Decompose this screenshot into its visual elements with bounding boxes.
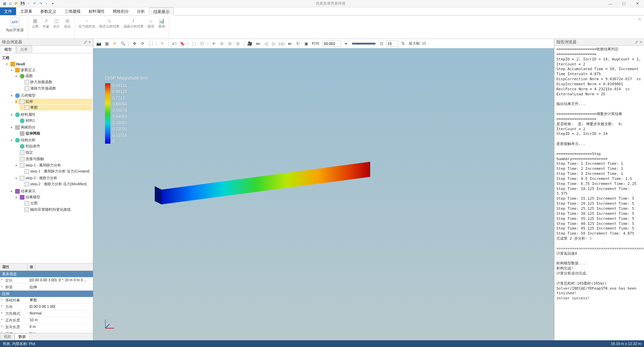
zoom-icon[interactable]: 🔍 [119, 40, 126, 47]
props-row[interactable]: 正向长度10 m [0, 317, 93, 324]
tree-item[interactable]: 轴向应变随时间变化曲线 [19, 207, 92, 212]
tree-toggle-icon[interactable]: ▾ [15, 100, 19, 103]
tree-toggle-icon[interactable]: ▾ [15, 177, 19, 180]
tree-item[interactable]: step-2 : 准静力分析 压力(Modified) [19, 181, 92, 187]
props-value[interactable]: [(0.00 0.00 1.00); 0 °; (0 m 0 m 0 ... [28, 277, 93, 284]
props-value[interactable]: 0 m [28, 324, 93, 330]
tree-item[interactable]: ▾拉伸 [15, 99, 92, 104]
vector-button[interactable]: ↗矢量 [42, 17, 50, 30]
tree-item[interactable]: 指定 [15, 150, 92, 155]
stress-linear-button[interactable]: ↔应力线性化 [78, 17, 96, 30]
tree-item[interactable]: 拉伸网格 [15, 131, 92, 136]
props-row[interactable]: 定位[(0.00 0.00 1.00); 0 °; (0 m 0 m 0 ... [0, 277, 93, 284]
tag-icon[interactable]: 🔖 [179, 40, 186, 47]
props-value[interactable]: 拉伸 [28, 284, 93, 290]
model-tree[interactable]: 工程 ▾Hex8▾参数定义▾函数静力加载函数准静力常值函数▾几何模型▾拉伸草图▾… [0, 53, 93, 263]
tab-mesh[interactable]: 网格剖分 [109, 7, 133, 15]
frame-input[interactable] [386, 41, 398, 47]
tree-item[interactable]: ▾Hex8 [5, 61, 92, 67]
tree-item[interactable]: 云图 [19, 200, 92, 206]
ribbon-collapse-button[interactable]: ᐱ [638, 16, 642, 22]
tree-item[interactable]: step-1 : 通用静力分析 压力(Created) [19, 168, 92, 174]
tree-item[interactable]: ▾结构分析 [10, 137, 92, 143]
time-slider[interactable] [352, 43, 376, 45]
tree-item[interactable]: 草图 [19, 105, 92, 110]
tree-item[interactable]: 材料1 [15, 118, 92, 123]
tree-item[interactable]: ▾函数 [15, 73, 92, 79]
annotate-icon[interactable]: 🏷 [171, 40, 178, 47]
minimize-button[interactable]: — [604, 0, 617, 7]
expand-icon[interactable]: ⊡ [378, 40, 385, 47]
tree-toggle-icon[interactable]: ▾ [15, 196, 19, 199]
dropdown-icon[interactable]: ▾ [50, 1, 55, 6]
tab-data[interactable]: 数据 [15, 333, 30, 340]
tab-3dmodel[interactable]: 三维建模 [60, 7, 85, 15]
tree-toggle-icon[interactable]: ▾ [11, 113, 14, 116]
time-input[interactable] [323, 41, 341, 47]
tab-analysis[interactable]: 分析 [133, 7, 149, 15]
tree-toggle-icon[interactable]: ▾ [15, 75, 19, 78]
axis-icon[interactable]: ✛ [210, 40, 217, 47]
tree-item[interactable]: 初始条件 [15, 143, 92, 149]
props-value[interactable]: true [28, 331, 93, 333]
tree-item[interactable]: ▾step-1 : 通用静力分析 [15, 162, 92, 168]
first-frame-icon[interactable]: ⏮ [254, 40, 261, 47]
view-yz-icon[interactable]: ⊙ [235, 40, 241, 47]
pan-icon[interactable]: ✥ [131, 40, 138, 47]
tree-toggle-icon[interactable]: ▾ [15, 164, 19, 167]
rotate-icon[interactable]: ⟳ [139, 40, 146, 47]
highlight-icon[interactable]: ✎ [159, 40, 166, 47]
tab-task[interactable]: 任务 [16, 46, 32, 53]
tree-toggle-icon[interactable]: ▾ [11, 139, 14, 142]
box-icon[interactable]: ▦ [103, 40, 110, 47]
view-xz-icon[interactable]: ⊙ [227, 40, 233, 47]
modal-button[interactable]: ∿模态分析结果 [98, 17, 120, 30]
props-row[interactable]: 基础对象草图 [0, 297, 93, 304]
buckling-button[interactable]: ⌇屈曲分析结果 [122, 17, 145, 30]
loop-icon[interactable]: ↻ [295, 40, 301, 47]
contour-button[interactable]: ▦云图 [31, 17, 40, 30]
tree-item[interactable]: ▾结果展示 [10, 188, 92, 194]
tree-item[interactable]: ▾结果模型 [15, 194, 92, 200]
tab-view[interactable]: 视图 [0, 333, 15, 340]
pick-icon[interactable]: ✢ [111, 40, 118, 47]
props-row[interactable]: 方向[0.00 0.00 1.00] [0, 304, 93, 310]
panel-controls[interactable]: 🖉 ✕ [84, 40, 91, 44]
tab-params[interactable]: 参数定义 [36, 7, 60, 15]
viewport[interactable]: DISP Magnitude (m) 0.991410.881250.77110… [93, 48, 554, 340]
tree-toggle-icon[interactable]: ▾ [11, 68, 14, 72]
tree-item[interactable]: 静力加载函数 [19, 79, 92, 85]
app-developer-button[interactable]: APP App开发器 [5, 17, 25, 33]
tab-home[interactable]: 主屏幕 [16, 7, 36, 15]
tree-toggle-icon[interactable]: ▾ [6, 62, 9, 66]
save-icon[interactable]: 💾 [20, 1, 25, 6]
open-icon[interactable]: 📂 [14, 1, 19, 6]
fatigue-button[interactable]: ♨疲劳 [147, 17, 155, 30]
report-controls[interactable]: 🖉 ✕ [635, 40, 642, 44]
redo-icon[interactable]: ↷ [38, 1, 43, 6]
close-button[interactable]: ✕ [631, 0, 644, 7]
props-value[interactable]: Normal [28, 310, 93, 317]
tab-file[interactable]: 文件 [0, 7, 16, 15]
tree-item[interactable]: ▾几何模型 [10, 93, 92, 98]
maximize-button[interactable]: ▢ [617, 0, 631, 7]
tree-toggle-icon[interactable]: ▾ [11, 190, 14, 193]
props-value[interactable]: 10 m [28, 317, 93, 324]
prev-frame-icon[interactable]: ◁ [262, 40, 269, 47]
props-row[interactable]: 实体true [0, 331, 93, 333]
undo-icon[interactable]: ↶ [32, 1, 37, 6]
props-section-header[interactable]: 基本信息 [0, 271, 93, 277]
new-icon[interactable]: 🗋 [8, 1, 13, 6]
next-frame-icon[interactable]: ▷▷ [279, 40, 285, 47]
tab-material[interactable]: 材料属性 [85, 7, 109, 15]
props-row[interactable]: 反向长度0 m [0, 324, 93, 331]
view-xy-icon[interactable]: ⊙ [218, 40, 225, 47]
tree-item[interactable]: ▾网格剖分 [10, 125, 92, 130]
play-icon[interactable]: ▷ [270, 40, 277, 47]
props-row[interactable]: 标签拉伸 [0, 284, 93, 291]
props-value[interactable]: 草图 [28, 297, 93, 303]
props-value[interactable]: [0.00 0.00 1.00] [28, 304, 93, 310]
chart-button[interactable]: 📊图表 [157, 17, 166, 30]
time-dropdown-icon[interactable]: ▾ [343, 40, 349, 47]
tree-item[interactable]: ▾参数定义 [10, 67, 92, 73]
